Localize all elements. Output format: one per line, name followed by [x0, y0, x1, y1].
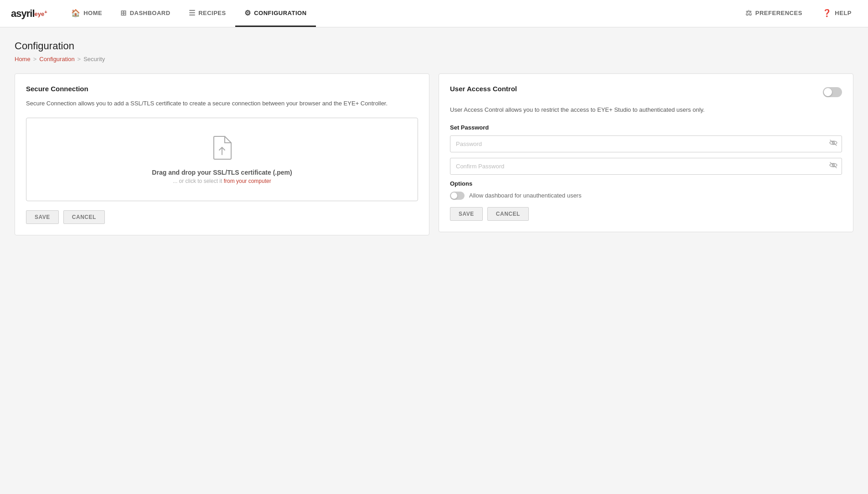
user-access-cancel-button[interactable]: CANCEL — [487, 207, 529, 221]
breadcrumb: Home > Configuration > Security — [15, 56, 853, 62]
logo: asyril eye+ — [7, 0, 51, 27]
drop-zone-main-text: Drag and drop your SSL/TLS certificate (… — [36, 169, 408, 176]
brand-name: asyril — [11, 8, 35, 20]
page-content: Configuration Home > Configuration > Sec… — [0, 27, 868, 248]
nav-items: 🏠 HOME ⊞ DASHBOARD ☰ RECIPES ⚙ CONFIGURA… — [62, 0, 737, 27]
password-input-group — [450, 135, 842, 152]
nav-preferences[interactable]: ⚖ PREFERENCES — [736, 9, 811, 19]
user-access-desc: User Access Control allows you to restri… — [450, 105, 842, 115]
nav-configuration[interactable]: ⚙ CONFIGURATION — [235, 0, 316, 27]
nav-recipes-label: RECIPES — [198, 10, 226, 16]
set-password-label: Set Password — [450, 124, 842, 131]
password-input[interactable] — [450, 135, 842, 152]
drop-zone[interactable]: Drag and drop your SSL/TLS certificate (… — [26, 118, 418, 201]
drop-zone-sub-text: ... or click to select it from your comp… — [36, 178, 408, 184]
page-title: Configuration — [15, 40, 853, 52]
breadcrumb-config[interactable]: Configuration — [39, 56, 74, 62]
breadcrumb-home[interactable]: Home — [15, 56, 31, 62]
brand-plus: + — [44, 9, 47, 15]
options-label: Options — [450, 180, 842, 187]
drop-zone-link[interactable]: from your computer — [224, 178, 271, 184]
allow-dashboard-label: Allow dashboard for unauthenticated user… — [469, 192, 581, 199]
secure-connection-btn-row: SAVE CANCEL — [26, 210, 418, 224]
nav-help-label: HELP — [835, 10, 852, 16]
nav-home-label: HOME — [83, 10, 102, 16]
breadcrumb-sep2: > — [78, 56, 81, 62]
secure-connection-cancel-button[interactable]: CANCEL — [63, 210, 105, 224]
confirm-password-input[interactable] — [450, 158, 842, 175]
user-access-save-button[interactable]: SAVE — [450, 207, 483, 221]
preferences-icon: ⚖ — [745, 9, 752, 17]
user-access-card: User Access Control User Access Control … — [439, 73, 853, 232]
dashboard-icon: ⊞ — [120, 9, 127, 17]
breadcrumb-current: Security — [83, 56, 105, 62]
user-access-btn-row: SAVE CANCEL — [450, 207, 842, 221]
confirm-password-eye-icon[interactable] — [829, 162, 837, 170]
configuration-icon: ⚙ — [244, 9, 251, 17]
cards-row: Secure Connection Secure Connection allo… — [15, 73, 853, 235]
nav-dashboard-label: DASHBOARD — [130, 10, 170, 16]
user-access-header: User Access Control — [450, 85, 842, 99]
upload-file-icon — [36, 135, 408, 164]
user-access-toggle[interactable] — [823, 87, 842, 97]
options-row: Allow dashboard for unauthenticated user… — [450, 192, 842, 200]
nav-preferences-label: PREFERENCES — [755, 10, 802, 16]
allow-dashboard-toggle[interactable] — [450, 192, 465, 200]
nav-recipes[interactable]: ☰ RECIPES — [180, 0, 235, 27]
home-icon: 🏠 — [71, 9, 81, 17]
navbar: asyril eye+ 🏠 HOME ⊞ DASHBOARD ☰ RECIPES… — [0, 0, 868, 27]
secure-connection-desc: Secure Connection allows you to add a SS… — [26, 99, 418, 109]
nav-configuration-label: CONFIGURATION — [254, 10, 306, 16]
allow-dashboard-toggle-track — [450, 192, 465, 200]
nav-right: ⚖ PREFERENCES ❓ HELP — [736, 0, 861, 27]
confirm-password-input-group — [450, 158, 842, 175]
nav-home[interactable]: 🏠 HOME — [62, 0, 112, 27]
user-access-title: User Access Control — [450, 85, 517, 93]
secure-connection-card: Secure Connection Secure Connection allo… — [15, 73, 429, 235]
recipes-icon: ☰ — [189, 9, 196, 17]
help-icon: ❓ — [822, 9, 832, 17]
nav-help[interactable]: ❓ HELP — [813, 9, 861, 19]
breadcrumb-sep1: > — [33, 56, 37, 62]
user-access-toggle-track — [823, 87, 842, 97]
secure-connection-title: Secure Connection — [26, 85, 418, 93]
secure-connection-save-button[interactable]: SAVE — [26, 210, 59, 224]
brand-eye: eye+ — [35, 9, 47, 17]
nav-dashboard[interactable]: ⊞ DASHBOARD — [111, 0, 180, 27]
password-eye-icon[interactable] — [829, 140, 837, 148]
